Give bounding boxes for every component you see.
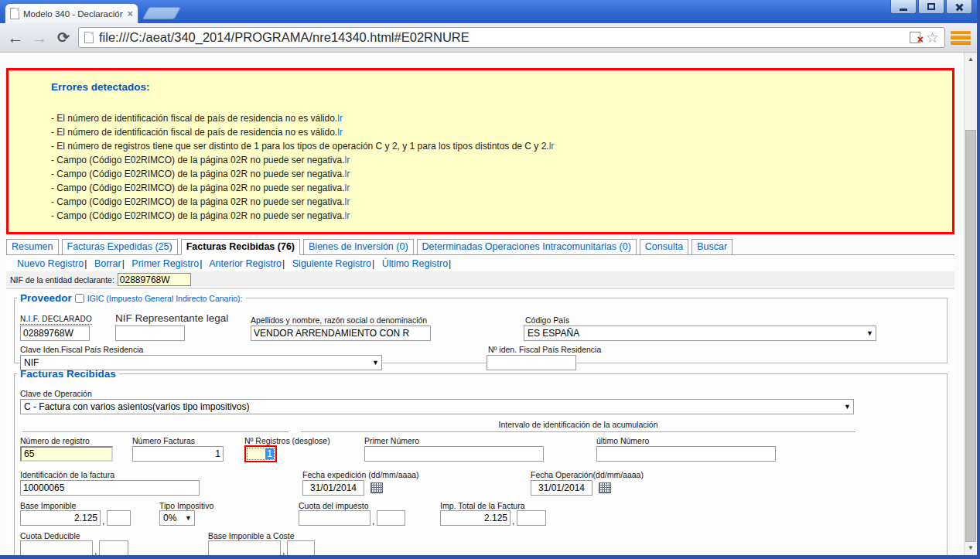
maximize-button[interactable] — [918, 0, 944, 14]
tab-panel: Nuevo Registro| Borrar| Primer Registro|… — [6, 254, 954, 555]
decimal-separator: , — [372, 516, 374, 527]
base-imponible-coste-input[interactable] — [208, 540, 281, 555]
identificacion-factura-input[interactable] — [20, 480, 200, 496]
numero-registro-input[interactable] — [20, 446, 113, 462]
numero-facturas-label: Número Facturas — [132, 436, 195, 445]
vertical-scrollbar[interactable]: ▲ ▼ — [964, 53, 977, 555]
facturas-recibidas-section: Facturas Recibidas Clave de Operación C … — [14, 368, 948, 555]
borrar-link[interactable]: Borrar — [94, 258, 121, 269]
tab-bienes-inversion[interactable]: Bienes de Inversión (0) — [303, 239, 414, 255]
base-imponible-input[interactable] — [20, 510, 101, 526]
num-iden-label: Nº iden. Fiscal País Residencia — [488, 345, 601, 354]
cuota-impuesto-input[interactable] — [299, 510, 370, 526]
tab-resumen[interactable]: Resumen — [6, 239, 59, 255]
clave-operacion-select[interactable]: C - Factura con varios asientos(varios t… — [20, 399, 854, 414]
record-nav: Nuevo Registro| Borrar| Primer Registro|… — [6, 255, 954, 271]
chevron-down-icon: ▼ — [372, 359, 379, 366]
cuota-impuesto-decimals-input[interactable] — [377, 510, 405, 526]
nuevo-registro-link[interactable]: Nuevo Registro — [17, 258, 84, 269]
new-tab-button[interactable] — [142, 7, 182, 19]
tab-buscar[interactable]: Buscar — [691, 239, 732, 255]
cuota-impuesto-label: Cuota del impuesto — [299, 501, 368, 510]
minimize-icon — [900, 9, 907, 11]
window-controls — [890, 0, 972, 14]
primer-numero-label: Primer Número — [364, 436, 419, 445]
tab-close-icon[interactable]: × — [127, 10, 133, 18]
browser-window: Modelo 340 - Declaración inf × ← → ⟳ fil… — [0, 0, 980, 559]
scroll-up-icon[interactable]: ▲ — [965, 53, 977, 66]
section-tabs: Resumen Facturas Expedidas (25) Facturas… — [6, 239, 964, 255]
cuota-deducible-label: Cuota Deducible — [20, 531, 80, 540]
declarante-label: NIF de la entidad declarante: — [10, 275, 114, 285]
num-registros-desglose-input[interactable]: 1 — [244, 445, 277, 462]
fecha-operacion-label: Fecha Operación(dd/mm/aaaa) — [531, 470, 644, 479]
ultimo-registro-link[interactable]: Último Registro — [382, 258, 448, 269]
blocked-content-icon[interactable]: × — [910, 32, 920, 43]
nif-declarado-input[interactable] — [20, 326, 90, 341]
bookmark-star-icon[interactable]: ☆ — [926, 31, 939, 45]
fecha-operacion-input[interactable] — [531, 480, 592, 496]
close-button[interactable] — [946, 0, 972, 14]
ultimo-numero-label: último Número — [596, 436, 649, 445]
separator: | — [84, 258, 87, 269]
chevron-down-icon: ▼ — [185, 514, 192, 522]
browser-tab-title: Modelo 340 - Declaración inf — [23, 9, 123, 19]
tab-operaciones-intracomunitarias[interactable]: Determinadas Operaciones Intracomunitari… — [417, 239, 637, 255]
error-item: - Campo (Código E02RIMCO) de la página 0… — [51, 195, 944, 209]
declarante-nif-input[interactable] — [118, 273, 191, 286]
url-page-icon — [84, 32, 94, 43]
primer-numero-input[interactable] — [364, 446, 544, 462]
nif-representante-input[interactable] — [115, 326, 185, 341]
tab-facturas-expedidas[interactable]: Facturas Expedidas (25) — [62, 239, 178, 255]
scroll-down-icon[interactable]: ▼ — [965, 542, 977, 554]
cuota-deducible-decimals-input[interactable] — [99, 540, 128, 555]
scrollbar-thumb[interactable] — [965, 130, 976, 542]
ultimo-numero-input[interactable] — [596, 446, 776, 462]
igic-label: IGIC (Impuesto General Indirecto Canario… — [87, 294, 243, 303]
minimize-button[interactable] — [890, 0, 917, 14]
identificacion-factura-label: Identificación de la factura — [20, 470, 114, 479]
decimal-separator: , — [102, 516, 104, 527]
codigo-pais-select[interactable]: ES ESPAÑA ▼ — [524, 326, 876, 341]
imp-total-label: Imp. Total de la Factura — [440, 501, 525, 510]
primer-registro-link[interactable]: Primer Registro — [131, 258, 199, 269]
apellidos-input[interactable] — [251, 326, 431, 341]
apellidos-label: Apellidos y nombre, razón social o denom… — [251, 315, 427, 325]
forward-icon[interactable]: → — [30, 29, 49, 47]
reload-icon[interactable]: ⟳ — [54, 29, 73, 47]
url-text[interactable]: file:///C:/aeat/340_2014/PROGRAMA/nre143… — [99, 30, 904, 45]
selected-value: 1 — [265, 448, 274, 459]
browser-tab[interactable]: Modelo 340 - Declaración inf × — [5, 3, 138, 23]
intervalo-header: Intervalo de identificación de la acumul… — [301, 420, 855, 429]
tab-consulta[interactable]: Consulta — [640, 239, 688, 255]
calendar-icon[interactable] — [599, 482, 611, 493]
chrome-menu-icon[interactable] — [951, 30, 971, 46]
group-divider — [22, 431, 289, 432]
numero-registro-label: Número de registro — [20, 436, 90, 445]
fecha-expedicion-input[interactable] — [302, 480, 364, 496]
address-bar[interactable]: file:///C:/aeat/340_2014/PROGRAMA/nre143… — [78, 27, 945, 48]
anterior-registro-link[interactable]: Anterior Registro — [209, 258, 282, 269]
calendar-icon[interactable] — [370, 482, 383, 493]
error-item: - El número de registros tiene que ser d… — [51, 139, 944, 153]
base-imponible-label: Base Imponible — [20, 501, 76, 510]
base-imponible-coste-decimals-input[interactable] — [287, 540, 315, 555]
titlebar: Modelo 340 - Declaración inf × — [0, 0, 977, 23]
numero-facturas-input[interactable] — [132, 446, 224, 462]
cuota-deducible-input[interactable] — [20, 540, 93, 555]
tab-facturas-recibidas[interactable]: Facturas Recibidas (76) — [181, 239, 300, 255]
back-icon[interactable]: ← — [6, 29, 25, 47]
error-heading: Errores detectados: — [51, 81, 944, 93]
siguiente-registro-link[interactable]: Siguiente Registro — [292, 258, 371, 269]
error-item: - El número de identificación fiscal de … — [51, 111, 944, 125]
imp-total-input[interactable] — [440, 510, 510, 526]
tipo-impositivo-select[interactable]: 0% ▼ — [159, 510, 195, 526]
error-panel: Errores detectados: - El número de ident… — [6, 68, 954, 234]
separator: | — [282, 258, 285, 269]
base-imponible-decimals-input[interactable] — [107, 510, 131, 526]
imp-total-decimals-input[interactable] — [517, 510, 546, 526]
separator: | — [372, 258, 374, 269]
igic-checkbox[interactable] — [75, 294, 84, 303]
separator: | — [200, 258, 202, 269]
nif-representante-label: NIF Representante legal — [115, 312, 228, 324]
